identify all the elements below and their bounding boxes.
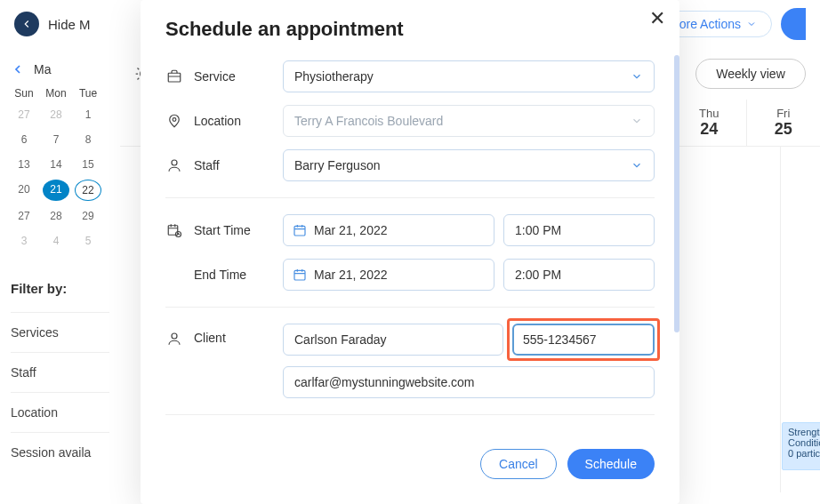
briefcase-icon (165, 68, 183, 84)
close-button[interactable]: ✕ (649, 7, 665, 30)
client-label: Client (194, 331, 279, 345)
cancel-button[interactable]: Cancel (480, 449, 557, 479)
staff-value: Barry Ferguson (294, 158, 380, 172)
start-time-input[interactable]: 1:00 PM (503, 214, 655, 246)
staff-label: Staff (194, 158, 279, 172)
svg-rect-7 (294, 270, 305, 280)
end-time-input[interactable]: 2:00 PM (503, 259, 655, 291)
svg-rect-6 (294, 226, 305, 236)
start-time-label: Start Time (194, 223, 279, 237)
chevron-down-icon (631, 70, 643, 83)
start-date-input[interactable]: Mar 21, 2022 (283, 214, 494, 246)
divider (165, 414, 655, 415)
schedule-appointment-modal: ✕ Schedule an appointment Service Physio… (141, 0, 679, 504)
client-phone-input[interactable] (512, 324, 655, 356)
modal-overlay: ✕ Schedule an appointment Service Physio… (0, 0, 820, 504)
end-time-label: End Time (194, 268, 279, 282)
calendar-icon (293, 223, 307, 237)
location-value: Terry A Francois Boulevard (294, 114, 443, 128)
service-label: Service (194, 69, 279, 84)
calendar-clock-icon (165, 222, 183, 238)
service-select[interactable]: Physiotherapy (283, 60, 655, 92)
close-icon: ✕ (649, 7, 665, 29)
end-time-value: 2:00 PM (515, 268, 561, 282)
chevron-down-icon (631, 159, 643, 172)
start-time-value: 1:00 PM (515, 223, 561, 237)
staff-select[interactable]: Barry Ferguson (283, 149, 655, 181)
modal-footer: Cancel Schedule (141, 431, 679, 479)
svg-point-2 (173, 118, 176, 122)
location-pin-icon (165, 113, 183, 129)
divider (165, 197, 655, 198)
svg-point-3 (172, 160, 177, 165)
end-date-input[interactable]: Mar 21, 2022 (283, 259, 494, 291)
modal-title: Schedule an appointment (165, 18, 655, 41)
svg-point-8 (172, 333, 177, 339)
person-icon (165, 331, 183, 347)
end-date-value: Mar 21, 2022 (314, 268, 388, 282)
client-name-input[interactable] (283, 324, 503, 356)
modal-scrollbar[interactable] (674, 55, 679, 332)
chevron-down-icon (631, 115, 643, 127)
person-icon (165, 157, 183, 173)
schedule-button[interactable]: Schedule (567, 449, 655, 479)
svg-rect-1 (168, 73, 181, 82)
calendar-icon (293, 268, 307, 282)
location-label: Location (194, 114, 279, 128)
client-email-input[interactable] (283, 366, 655, 398)
location-select[interactable]: Terry A Francois Boulevard (283, 105, 655, 137)
start-date-value: Mar 21, 2022 (314, 223, 388, 237)
service-value: Physiotherapy (294, 69, 374, 84)
divider (165, 307, 655, 308)
